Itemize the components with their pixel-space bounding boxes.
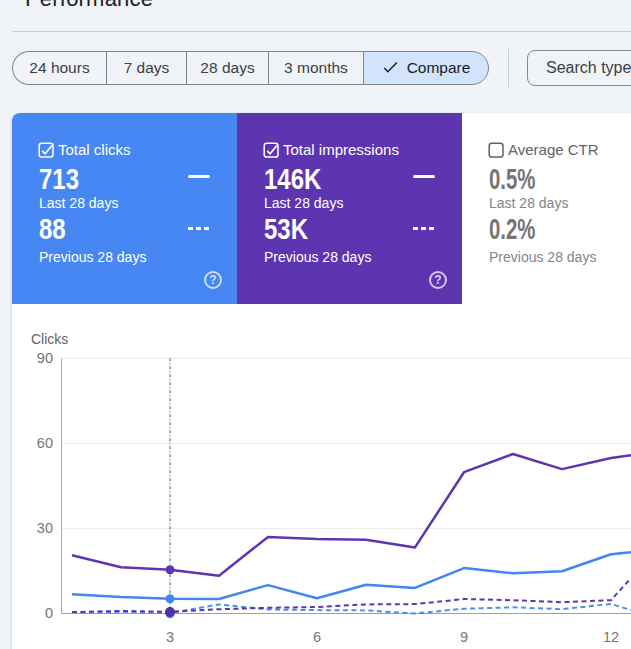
svg-text:12: 12	[603, 629, 619, 645]
svg-text:0: 0	[45, 605, 53, 621]
svg-text:9: 9	[460, 629, 468, 645]
svg-text:60: 60	[37, 435, 53, 451]
svg-text:3: 3	[166, 629, 174, 645]
svg-text:6: 6	[313, 629, 321, 645]
svg-text:Clicks: Clicks	[31, 331, 68, 347]
svg-text:90: 90	[37, 350, 53, 366]
svg-text:30: 30	[37, 520, 53, 536]
